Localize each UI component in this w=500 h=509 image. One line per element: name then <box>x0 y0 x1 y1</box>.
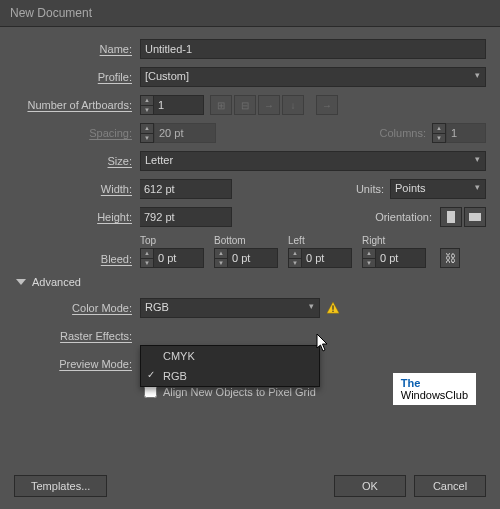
dialog-title: New Document <box>0 0 500 27</box>
spacing-input <box>154 123 216 143</box>
bleed-top-input[interactable] <box>154 248 204 268</box>
artboards-label: Number of Artboards: <box>14 99 140 111</box>
color-mode-option-cmyk[interactable]: CMYK <box>141 346 319 366</box>
size-label: Size: <box>14 155 140 167</box>
size-select[interactable]: Letter <box>140 151 486 171</box>
units-label: Units: <box>356 183 384 195</box>
align-pixel-grid-label: Align New Objects to Pixel Grid <box>163 386 316 398</box>
watermark-logo: The WindowsClub <box>393 373 476 405</box>
bleed-top-label: Top <box>140 235 204 246</box>
grid-by-col-icon: ⊟ <box>234 95 256 115</box>
orientation-label: Orientation: <box>375 211 432 223</box>
columns-stepper: ▲▼ <box>432 123 446 143</box>
bleed-label: Bleed: <box>14 253 140 268</box>
bleed-bottom-label: Bottom <box>214 235 278 246</box>
spacing-stepper: ▲▼ <box>140 123 154 143</box>
preview-mode-label: Preview Mode: <box>14 358 140 370</box>
bleed-left-stepper[interactable]: ▲▼ <box>288 248 302 268</box>
artboards-input[interactable] <box>154 95 204 115</box>
cancel-button[interactable]: Cancel <box>414 475 486 497</box>
columns-label: Columns: <box>380 127 426 139</box>
disclosure-triangle-icon <box>16 279 26 285</box>
color-mode-select[interactable]: RGB <box>140 298 320 318</box>
bleed-bottom-stepper[interactable]: ▲▼ <box>214 248 228 268</box>
raster-effects-label: Raster Effects: <box>14 330 140 342</box>
warning-icon <box>326 301 340 315</box>
templates-button[interactable]: Templates... <box>14 475 107 497</box>
name-label: Name: <box>14 43 140 55</box>
orientation-portrait-button[interactable] <box>440 207 462 227</box>
color-mode-option-rgb[interactable]: RGB <box>141 366 319 386</box>
width-input[interactable] <box>140 179 232 199</box>
bleed-left-label: Left <box>288 235 352 246</box>
bleed-bottom-input[interactable] <box>228 248 278 268</box>
bleed-top-stepper[interactable]: ▲▼ <box>140 248 154 268</box>
columns-input <box>446 123 486 143</box>
profile-label: Profile: <box>14 71 140 83</box>
name-input[interactable] <box>140 39 486 59</box>
color-mode-label: Color Mode: <box>14 302 140 314</box>
height-input[interactable] <box>140 207 232 227</box>
height-label: Height: <box>14 211 140 223</box>
color-mode-dropdown: CMYK RGB <box>140 345 320 387</box>
svg-rect-0 <box>332 305 333 309</box>
bleed-link-button[interactable]: ⛓ <box>440 248 460 268</box>
bleed-right-label: Right <box>362 235 426 246</box>
advanced-section-toggle[interactable]: Advanced <box>16 276 486 288</box>
arrange-rtl-icon: → <box>316 95 338 115</box>
svg-rect-1 <box>332 311 333 312</box>
bleed-left-input[interactable] <box>302 248 352 268</box>
orientation-landscape-button[interactable] <box>464 207 486 227</box>
bleed-right-input[interactable] <box>376 248 426 268</box>
width-label: Width: <box>14 183 140 195</box>
arrange-row-icon: → <box>258 95 280 115</box>
bleed-right-stepper[interactable]: ▲▼ <box>362 248 376 268</box>
profile-select[interactable]: [Custom] <box>140 67 486 87</box>
units-select[interactable]: Points <box>390 179 486 199</box>
artboards-stepper[interactable]: ▲▼ <box>140 95 154 115</box>
arrange-col-icon: ↓ <box>282 95 304 115</box>
new-document-dialog: New Document Name: Profile: [Custom] Num… <box>0 0 500 509</box>
spacing-label: Spacing: <box>14 127 140 139</box>
ok-button[interactable]: OK <box>334 475 406 497</box>
grid-by-row-icon: ⊞ <box>210 95 232 115</box>
